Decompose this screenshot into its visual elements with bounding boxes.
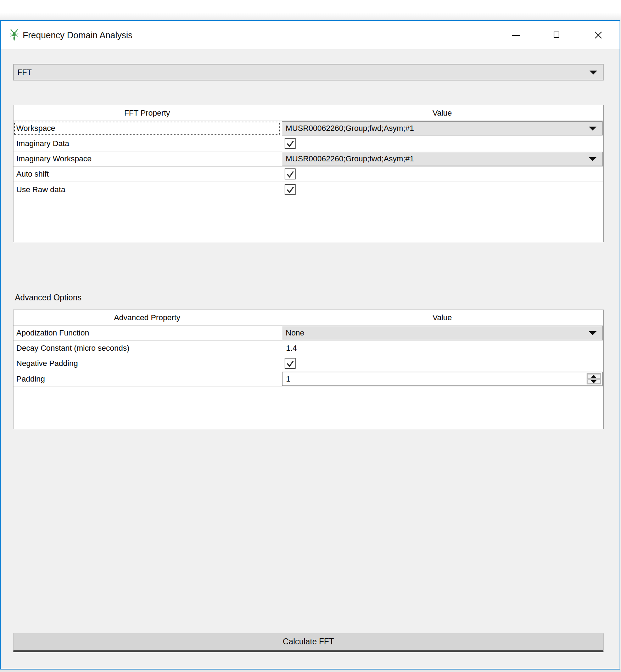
advanced-property-header: Advanced Property (13, 310, 281, 326)
background-above-window (0, 0, 621, 20)
apodization-function-dropdown[interactable]: None (282, 326, 603, 340)
analysis-mode-value: FFT (17, 65, 32, 80)
table-row-apodization-function: Apodization Function None (13, 326, 603, 341)
table-row-workspace: Workspace MUSR00062260;Group;fwd;Asym;#1 (13, 121, 603, 136)
checkmark-icon (286, 170, 295, 179)
property-cell-imaginary-data[interactable]: Imaginary Data (13, 136, 281, 151)
value-cell-negative-padding (281, 356, 603, 371)
value-cell-apodization-function: None (281, 326, 603, 340)
analysis-mode-dropdown[interactable]: FFT (13, 64, 604, 80)
value-cell-padding: 1 (281, 371, 603, 387)
chevron-down-icon (589, 71, 597, 74)
table-row-padding: Padding 1 (13, 371, 603, 387)
calculate-fft-button[interactable]: Calculate FFT (13, 633, 604, 652)
value-cell-use-raw-data (281, 182, 603, 197)
fft-property-table: FFT Property Value Workspace MUSR0006226… (13, 105, 604, 242)
spin-up-button[interactable] (587, 374, 600, 379)
fft-property-header: FFT Property (13, 105, 281, 121)
fft-table-header: FFT Property Value (13, 105, 603, 121)
auto-shift-checkbox[interactable] (285, 168, 296, 179)
property-cell-apodization-function[interactable]: Apodization Function (13, 326, 281, 340)
property-cell-decay-constant[interactable]: Decay Constant (micro seconds) (13, 341, 281, 356)
checkmark-icon (286, 139, 295, 148)
maximize-button[interactable] (544, 21, 569, 49)
property-cell-workspace[interactable]: Workspace (13, 121, 281, 136)
workspace-dropdown[interactable]: MUSR00062260;Group;fwd;Asym;#1 (282, 121, 603, 135)
padding-value: 1 (286, 372, 290, 385)
fft-value-header: Value (281, 105, 603, 121)
use-raw-data-checkbox[interactable] (285, 184, 296, 195)
table-row-imaginary-data: Imaginary Data (13, 136, 603, 151)
value-cell-decay-constant[interactable]: 1.4 (281, 341, 603, 356)
property-cell-use-raw-data[interactable]: Use Raw data (13, 182, 281, 197)
value-cell-auto-shift (281, 167, 603, 182)
table-row-imaginary-workspace: Imaginary Workspace MUSR00062260;Group;f… (13, 151, 603, 167)
triangle-down-icon (591, 380, 597, 383)
imaginary-data-checkbox[interactable] (285, 138, 296, 149)
checkmark-icon (286, 185, 295, 194)
padding-spinbox[interactable]: 1 (282, 372, 603, 386)
mantid-logo-icon (9, 29, 19, 41)
property-cell-auto-shift[interactable]: Auto shift (13, 167, 281, 182)
window-title: Frequency Domain Analysis (23, 21, 133, 49)
chevron-down-icon (589, 127, 597, 130)
minimize-button[interactable] (503, 21, 528, 49)
window-content: FFT FFT Property Value Workspace MUSR000… (1, 49, 620, 669)
advanced-table-header: Advanced Property Value (13, 310, 603, 326)
value-cell-imaginary-workspace: MUSR00062260;Group;fwd;Asym;#1 (281, 151, 603, 166)
decay-constant-value: 1.4 (286, 341, 297, 356)
padding-spinner-buttons (587, 373, 601, 384)
triangle-up-icon (591, 375, 597, 378)
frequency-domain-analysis-window: Frequency Domain Analysis FFT FFT Proper… (0, 20, 620, 670)
table-row-auto-shift: Auto shift (13, 167, 603, 182)
chevron-down-icon (589, 331, 597, 335)
table-row-negative-padding: Negative Padding (13, 356, 603, 371)
negative-padding-checkbox[interactable] (285, 358, 296, 369)
advanced-options-label: Advanced Options (15, 293, 82, 302)
titlebar: Frequency Domain Analysis (1, 21, 620, 49)
apodization-function-dropdown-value: None (286, 326, 304, 340)
property-cell-negative-padding[interactable]: Negative Padding (13, 356, 281, 371)
maximize-icon (554, 32, 559, 38)
table-row-decay-constant: Decay Constant (micro seconds) 1.4 (13, 341, 603, 356)
checkmark-icon (286, 359, 295, 368)
close-button[interactable] (586, 21, 611, 49)
spin-down-button[interactable] (587, 379, 600, 384)
close-icon (594, 31, 603, 39)
advanced-value-header: Value (281, 310, 603, 326)
property-cell-padding[interactable]: Padding (13, 371, 281, 387)
imaginary-workspace-dropdown-value: MUSR00062260;Group;fwd;Asym;#1 (286, 152, 414, 166)
property-cell-imaginary-workspace[interactable]: Imaginary Workspace (13, 151, 281, 166)
advanced-property-table: Advanced Property Value Apodization Func… (13, 310, 604, 429)
value-cell-imaginary-data (281, 136, 603, 151)
minimize-icon (512, 35, 520, 36)
background-below-window (0, 670, 621, 672)
value-cell-workspace: MUSR00062260;Group;fwd;Asym;#1 (281, 121, 603, 136)
chevron-down-icon (589, 157, 597, 161)
table-row-use-raw-data: Use Raw data (13, 182, 603, 197)
workspace-dropdown-value: MUSR00062260;Group;fwd;Asym;#1 (286, 122, 414, 135)
imaginary-workspace-dropdown[interactable]: MUSR00062260;Group;fwd;Asym;#1 (282, 152, 603, 166)
